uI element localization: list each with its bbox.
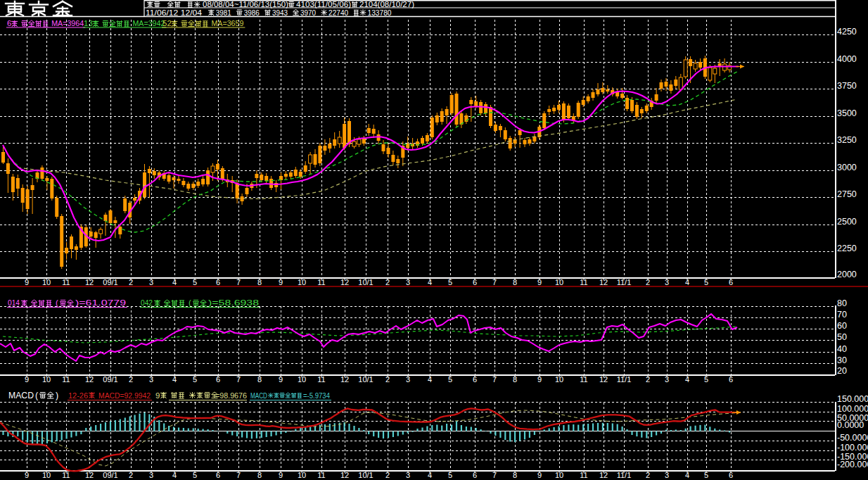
svg-text:3250: 3250 bbox=[837, 135, 857, 145]
svg-text:5: 5 bbox=[448, 375, 452, 384]
svg-text:12: 12 bbox=[340, 471, 349, 479]
svg-text:4: 4 bbox=[685, 375, 689, 384]
svg-text:3: 3 bbox=[149, 375, 153, 384]
svg-text:12: 12 bbox=[85, 278, 94, 286]
svg-text:014: 014 bbox=[8, 298, 20, 307]
svg-text:6: 6 bbox=[7, 19, 11, 27]
svg-text:100.0000: 100.0000 bbox=[837, 404, 868, 414]
svg-text:4: 4 bbox=[428, 375, 432, 384]
svg-text:3943: 3943 bbox=[272, 8, 288, 17]
svg-text:5: 5 bbox=[448, 278, 452, 286]
svg-text:12-26: 12-26 bbox=[68, 391, 88, 400]
svg-text:22740: 22740 bbox=[328, 8, 348, 17]
svg-text:10: 10 bbox=[42, 471, 51, 479]
svg-text:52: 52 bbox=[162, 19, 172, 27]
svg-text:7: 7 bbox=[236, 471, 241, 479]
svg-text:4103(11/05/06): 4103(11/05/06) bbox=[296, 0, 351, 8]
svg-text:8: 8 bbox=[257, 471, 262, 479]
svg-text:3: 3 bbox=[665, 278, 669, 286]
svg-text:0.0000: 0.0000 bbox=[837, 420, 864, 430]
svg-text:8: 8 bbox=[513, 278, 517, 286]
svg-text:6: 6 bbox=[216, 278, 220, 286]
svg-text:3: 3 bbox=[406, 278, 410, 286]
svg-text:2104(08/10/27): 2104(08/10/27) bbox=[359, 0, 414, 8]
svg-text:3000: 3000 bbox=[837, 163, 857, 172]
svg-text:5: 5 bbox=[704, 375, 708, 384]
svg-text:10: 10 bbox=[555, 375, 563, 384]
svg-text:20: 20 bbox=[837, 366, 847, 376]
svg-text:12: 12 bbox=[599, 471, 608, 479]
svg-text:)=58.6938: )=58.6938 bbox=[208, 298, 259, 307]
svg-text:3: 3 bbox=[406, 471, 410, 479]
svg-text:9: 9 bbox=[537, 375, 542, 384]
svg-text:7: 7 bbox=[492, 471, 497, 479]
svg-text:2: 2 bbox=[646, 375, 650, 384]
svg-text:4000: 4000 bbox=[837, 54, 857, 64]
svg-text:MA=3942: MA=3942 bbox=[132, 19, 165, 27]
svg-text:MA=3964: MA=3964 bbox=[51, 19, 84, 27]
svg-text:(: ( bbox=[56, 298, 58, 307]
svg-text:3: 3 bbox=[149, 278, 153, 286]
svg-text:4: 4 bbox=[428, 278, 432, 286]
svg-text:=98.9676: =98.9676 bbox=[215, 391, 247, 400]
svg-text:6: 6 bbox=[473, 375, 477, 384]
svg-text:11: 11 bbox=[580, 471, 587, 479]
svg-text:3: 3 bbox=[149, 471, 153, 479]
svg-text:4: 4 bbox=[172, 375, 177, 384]
svg-text:2: 2 bbox=[385, 375, 390, 384]
svg-text:2: 2 bbox=[385, 471, 390, 479]
svg-text:4250: 4250 bbox=[837, 27, 857, 37]
svg-text:9: 9 bbox=[279, 471, 283, 479]
svg-text:3: 3 bbox=[665, 471, 669, 479]
svg-text:6: 6 bbox=[216, 471, 220, 479]
svg-text:3500: 3500 bbox=[837, 108, 857, 118]
svg-text:3750: 3750 bbox=[837, 81, 857, 91]
svg-text:9: 9 bbox=[25, 471, 29, 479]
svg-text:2000: 2000 bbox=[837, 270, 857, 279]
svg-text:80: 80 bbox=[837, 298, 847, 308]
svg-text:10: 10 bbox=[555, 278, 563, 286]
svg-text:09/1: 09/1 bbox=[103, 278, 117, 286]
svg-text:): ) bbox=[56, 391, 58, 400]
svg-text:11: 11 bbox=[62, 278, 70, 286]
svg-text:12: 12 bbox=[340, 375, 349, 384]
svg-text:11: 11 bbox=[317, 278, 325, 286]
svg-text:2250: 2250 bbox=[837, 244, 857, 253]
svg-text:12: 12 bbox=[599, 278, 608, 286]
svg-text:8: 8 bbox=[513, 375, 517, 384]
svg-text:11/06/12 12/04: 11/06/12 12/04 bbox=[146, 8, 203, 17]
svg-text:60: 60 bbox=[837, 321, 847, 331]
svg-text:9: 9 bbox=[279, 278, 283, 286]
svg-text:6: 6 bbox=[216, 375, 220, 384]
svg-text:6: 6 bbox=[729, 375, 733, 384]
svg-text:5: 5 bbox=[704, 278, 708, 286]
svg-text:4: 4 bbox=[172, 471, 177, 479]
svg-text:2500: 2500 bbox=[837, 217, 857, 227]
svg-text:6: 6 bbox=[473, 278, 477, 286]
svg-text:4: 4 bbox=[172, 278, 177, 286]
svg-text:4: 4 bbox=[685, 471, 689, 479]
svg-text:8: 8 bbox=[257, 278, 262, 286]
svg-text:9: 9 bbox=[25, 278, 29, 286]
svg-text:133780: 133780 bbox=[368, 8, 392, 17]
svg-text:7: 7 bbox=[492, 278, 497, 286]
svg-text:9: 9 bbox=[537, 278, 542, 286]
svg-text:6: 6 bbox=[729, 278, 733, 286]
svg-text:10/1: 10/1 bbox=[358, 471, 373, 479]
svg-text:4: 4 bbox=[428, 471, 432, 479]
svg-text:11/1: 11/1 bbox=[617, 471, 632, 479]
svg-text:10: 10 bbox=[555, 471, 563, 479]
svg-text:6: 6 bbox=[473, 471, 477, 479]
svg-text:11/1: 11/1 bbox=[617, 278, 632, 286]
svg-text:MACD: MACD bbox=[250, 391, 267, 400]
svg-text:09/1: 09/1 bbox=[103, 375, 117, 384]
svg-text:10/1: 10/1 bbox=[358, 375, 373, 384]
svg-text:7: 7 bbox=[236, 278, 241, 286]
svg-text:12: 12 bbox=[85, 375, 94, 384]
svg-text:2: 2 bbox=[129, 375, 133, 384]
svg-text:MACD=92.9942: MACD=92.9942 bbox=[98, 391, 151, 400]
svg-text:3981: 3981 bbox=[216, 8, 231, 17]
svg-text:2: 2 bbox=[385, 278, 390, 286]
svg-text:-200.000: -200.000 bbox=[837, 460, 868, 469]
svg-text:(: ( bbox=[189, 298, 191, 307]
